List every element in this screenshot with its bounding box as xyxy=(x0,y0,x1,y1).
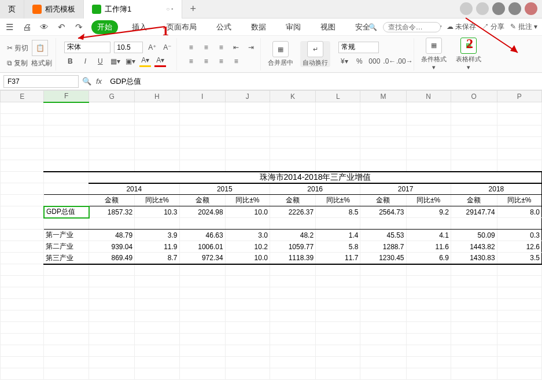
cell[interactable] xyxy=(270,299,315,310)
cell[interactable] xyxy=(44,287,89,299)
cell[interactable] xyxy=(225,299,270,310)
cell[interactable] xyxy=(451,160,497,172)
cell[interactable] xyxy=(135,137,179,149)
cell[interactable] xyxy=(360,114,406,125)
cell[interactable] xyxy=(1,160,44,172)
cell[interactable] xyxy=(270,276,315,287)
cell[interactable] xyxy=(89,125,135,137)
row-label[interactable]: 第三产业 xyxy=(44,253,89,264)
cell[interactable] xyxy=(179,125,225,137)
cell[interactable] xyxy=(406,102,451,114)
tab-home[interactable]: 页 xyxy=(0,0,24,19)
cell[interactable] xyxy=(225,310,270,322)
cell[interactable] xyxy=(360,310,406,322)
paste-icon[interactable]: 📋 xyxy=(32,40,48,56)
cell[interactable] xyxy=(1,334,44,345)
dec-dec-icon[interactable]: .00→ xyxy=(399,56,410,67)
cell[interactable] xyxy=(135,276,179,287)
cell[interactable] xyxy=(406,160,451,172)
data-cell[interactable]: 0.3 xyxy=(497,230,541,241)
cell[interactable] xyxy=(135,334,179,345)
cell[interactable] xyxy=(89,102,135,114)
data-cell[interactable]: 46.63 xyxy=(179,230,225,241)
tab-add-button[interactable]: + xyxy=(182,3,205,15)
cell[interactable] xyxy=(270,114,315,125)
cell[interactable] xyxy=(1,137,44,149)
cell[interactable] xyxy=(225,125,270,137)
preview-icon[interactable]: 👁 xyxy=(38,21,50,33)
italic-icon[interactable]: I xyxy=(79,56,91,67)
cell[interactable] xyxy=(179,264,225,276)
cell[interactable] xyxy=(451,287,497,299)
share-button[interactable]: ↗ 分享 xyxy=(482,22,504,32)
cell[interactable] xyxy=(360,264,406,276)
cell[interactable] xyxy=(1,322,44,334)
cell[interactable] xyxy=(497,345,541,357)
print-icon[interactable]: 🖨 xyxy=(21,21,32,33)
align-right-icon[interactable]: ≡ xyxy=(215,56,227,67)
cell[interactable] xyxy=(89,264,135,276)
cell[interactable] xyxy=(497,160,541,172)
cell[interactable] xyxy=(451,114,497,125)
data-cell[interactable]: 12.6 xyxy=(497,241,541,253)
cell[interactable] xyxy=(406,322,451,334)
data-cell[interactable]: 10.0 xyxy=(225,253,270,264)
cell[interactable] xyxy=(270,345,315,357)
cell[interactable] xyxy=(179,276,225,287)
menu-data[interactable]: 数据 xyxy=(245,20,272,34)
cell[interactable] xyxy=(179,334,225,345)
format-painter-button[interactable]: 格式刷 xyxy=(31,58,52,68)
border-icon[interactable]: ▦▾ xyxy=(109,56,121,67)
merge-center-button[interactable]: ▦合并居中 xyxy=(266,41,296,67)
cell[interactable] xyxy=(135,299,179,310)
cell[interactable] xyxy=(497,368,541,380)
data-cell[interactable]: 48.2 xyxy=(270,230,315,241)
menu-insert[interactable]: 插入 xyxy=(126,20,153,34)
tab-workbook1[interactable]: 工作簿1 ○ • xyxy=(84,0,182,19)
data-cell[interactable]: 1059.77 xyxy=(270,241,315,253)
cell[interactable] xyxy=(451,334,497,345)
cell[interactable] xyxy=(44,357,89,368)
command-search-input[interactable] xyxy=(383,22,441,32)
menu-formula[interactable]: 公式 xyxy=(211,20,237,34)
cell[interactable] xyxy=(451,368,497,380)
cell[interactable] xyxy=(360,276,406,287)
cell[interactable] xyxy=(406,137,451,149)
cell[interactable] xyxy=(360,125,406,137)
col-header-O[interactable]: O xyxy=(451,91,497,102)
data-cell[interactable]: 1.4 xyxy=(316,230,360,241)
cell[interactable] xyxy=(270,322,315,334)
cell[interactable] xyxy=(225,334,270,345)
cell[interactable] xyxy=(44,345,89,357)
cell[interactable] xyxy=(497,102,541,114)
data-cell[interactable]: 1118.39 xyxy=(270,253,315,264)
cell[interactable] xyxy=(1,299,44,310)
fx-label[interactable]: fx xyxy=(96,77,102,86)
align-mid-icon[interactable]: ≡ xyxy=(200,42,212,53)
cell[interactable] xyxy=(89,114,135,125)
cell[interactable] xyxy=(1,310,44,322)
col-header-J[interactable]: J xyxy=(225,91,270,102)
cell[interactable] xyxy=(89,276,135,287)
align-bottom-icon[interactable]: ≡ xyxy=(215,42,227,53)
cell[interactable] xyxy=(406,357,451,368)
data-cell[interactable]: 1230.45 xyxy=(360,253,406,264)
cell[interactable] xyxy=(44,264,89,276)
highlight-icon[interactable]: A▾ xyxy=(139,56,151,67)
cell[interactable] xyxy=(316,125,360,137)
cell[interactable] xyxy=(451,322,497,334)
cell[interactable] xyxy=(451,299,497,310)
cell[interactable] xyxy=(406,345,451,357)
cell[interactable] xyxy=(44,114,89,125)
cell[interactable] xyxy=(270,137,315,149)
cell[interactable] xyxy=(270,310,315,322)
cell[interactable] xyxy=(225,264,270,276)
spreadsheet-grid[interactable]: EFGHIJKLMNOP珠海市2014-2018年三产业增值2014201520… xyxy=(0,90,542,392)
cell[interactable] xyxy=(406,287,451,299)
cell[interactable] xyxy=(225,368,270,380)
data-cell[interactable]: 8.7 xyxy=(135,253,179,264)
cut-button[interactable]: ✂ 剪切 xyxy=(7,43,28,53)
copy-button[interactable]: ⧉ 复制 xyxy=(7,58,28,68)
cell[interactable] xyxy=(451,357,497,368)
cell[interactable] xyxy=(225,160,270,172)
